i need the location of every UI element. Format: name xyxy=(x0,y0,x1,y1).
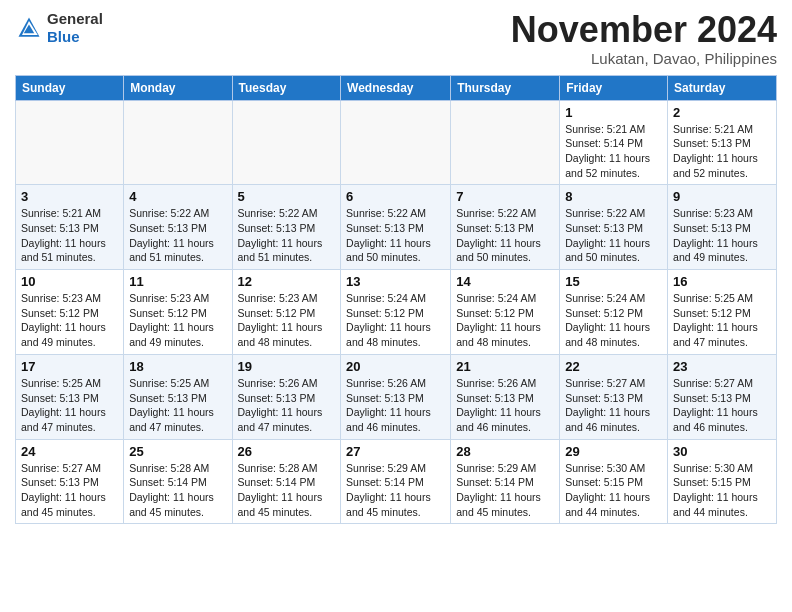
day-number: 16 xyxy=(673,274,771,289)
day-info: Sunrise: 5:25 AM Sunset: 5:13 PM Dayligh… xyxy=(21,376,118,435)
day-number: 1 xyxy=(565,105,662,120)
day-number: 9 xyxy=(673,189,771,204)
day-number: 25 xyxy=(129,444,226,459)
day-number: 13 xyxy=(346,274,445,289)
day-number: 27 xyxy=(346,444,445,459)
calendar-cell: 3Sunrise: 5:21 AM Sunset: 5:13 PM Daylig… xyxy=(16,185,124,270)
day-of-week-header: Saturday xyxy=(668,75,777,100)
day-number: 7 xyxy=(456,189,554,204)
day-number: 12 xyxy=(238,274,336,289)
day-info: Sunrise: 5:26 AM Sunset: 5:13 PM Dayligh… xyxy=(456,376,554,435)
day-of-week-header: Wednesday xyxy=(341,75,451,100)
calendar-cell xyxy=(341,100,451,185)
day-number: 6 xyxy=(346,189,445,204)
day-info: Sunrise: 5:23 AM Sunset: 5:12 PM Dayligh… xyxy=(129,291,226,350)
day-number: 4 xyxy=(129,189,226,204)
day-info: Sunrise: 5:21 AM Sunset: 5:14 PM Dayligh… xyxy=(565,122,662,181)
header: General Blue November 2024 Lukatan, Dava… xyxy=(15,10,777,67)
calendar-cell: 28Sunrise: 5:29 AM Sunset: 5:14 PM Dayli… xyxy=(451,439,560,524)
logo: General Blue xyxy=(15,10,103,46)
calendar-cell xyxy=(451,100,560,185)
calendar-week-row: 24Sunrise: 5:27 AM Sunset: 5:13 PM Dayli… xyxy=(16,439,777,524)
month-title: November 2024 xyxy=(511,10,777,50)
day-number: 14 xyxy=(456,274,554,289)
calendar-cell: 29Sunrise: 5:30 AM Sunset: 5:15 PM Dayli… xyxy=(560,439,668,524)
day-of-week-header: Sunday xyxy=(16,75,124,100)
day-number: 3 xyxy=(21,189,118,204)
day-info: Sunrise: 5:28 AM Sunset: 5:14 PM Dayligh… xyxy=(129,461,226,520)
day-info: Sunrise: 5:27 AM Sunset: 5:13 PM Dayligh… xyxy=(673,376,771,435)
day-info: Sunrise: 5:23 AM Sunset: 5:12 PM Dayligh… xyxy=(21,291,118,350)
day-number: 19 xyxy=(238,359,336,374)
calendar-body: 1Sunrise: 5:21 AM Sunset: 5:14 PM Daylig… xyxy=(16,100,777,524)
day-number: 5 xyxy=(238,189,336,204)
day-info: Sunrise: 5:25 AM Sunset: 5:13 PM Dayligh… xyxy=(129,376,226,435)
day-info: Sunrise: 5:24 AM Sunset: 5:12 PM Dayligh… xyxy=(565,291,662,350)
calendar-cell: 23Sunrise: 5:27 AM Sunset: 5:13 PM Dayli… xyxy=(668,354,777,439)
calendar-cell: 5Sunrise: 5:22 AM Sunset: 5:13 PM Daylig… xyxy=(232,185,341,270)
calendar-cell: 15Sunrise: 5:24 AM Sunset: 5:12 PM Dayli… xyxy=(560,270,668,355)
day-info: Sunrise: 5:21 AM Sunset: 5:13 PM Dayligh… xyxy=(673,122,771,181)
logo-blue-text: Blue xyxy=(47,28,80,45)
day-number: 20 xyxy=(346,359,445,374)
logo-text: General Blue xyxy=(47,10,103,46)
calendar-cell: 18Sunrise: 5:25 AM Sunset: 5:13 PM Dayli… xyxy=(124,354,232,439)
day-number: 28 xyxy=(456,444,554,459)
day-info: Sunrise: 5:22 AM Sunset: 5:13 PM Dayligh… xyxy=(129,206,226,265)
day-info: Sunrise: 5:22 AM Sunset: 5:13 PM Dayligh… xyxy=(456,206,554,265)
calendar-cell: 26Sunrise: 5:28 AM Sunset: 5:14 PM Dayli… xyxy=(232,439,341,524)
calendar-week-row: 10Sunrise: 5:23 AM Sunset: 5:12 PM Dayli… xyxy=(16,270,777,355)
day-info: Sunrise: 5:23 AM Sunset: 5:13 PM Dayligh… xyxy=(673,206,771,265)
calendar-cell: 14Sunrise: 5:24 AM Sunset: 5:12 PM Dayli… xyxy=(451,270,560,355)
day-number: 26 xyxy=(238,444,336,459)
day-of-week-header: Thursday xyxy=(451,75,560,100)
calendar-cell: 4Sunrise: 5:22 AM Sunset: 5:13 PM Daylig… xyxy=(124,185,232,270)
calendar-cell: 11Sunrise: 5:23 AM Sunset: 5:12 PM Dayli… xyxy=(124,270,232,355)
calendar-cell: 8Sunrise: 5:22 AM Sunset: 5:13 PM Daylig… xyxy=(560,185,668,270)
calendar-cell: 30Sunrise: 5:30 AM Sunset: 5:15 PM Dayli… xyxy=(668,439,777,524)
calendar-cell: 27Sunrise: 5:29 AM Sunset: 5:14 PM Dayli… xyxy=(341,439,451,524)
logo-icon xyxy=(15,14,43,42)
day-of-week-header: Friday xyxy=(560,75,668,100)
day-number: 10 xyxy=(21,274,118,289)
day-number: 15 xyxy=(565,274,662,289)
logo-general-text: General xyxy=(47,10,103,27)
day-of-week-header: Tuesday xyxy=(232,75,341,100)
day-info: Sunrise: 5:25 AM Sunset: 5:12 PM Dayligh… xyxy=(673,291,771,350)
day-number: 29 xyxy=(565,444,662,459)
day-number: 21 xyxy=(456,359,554,374)
day-info: Sunrise: 5:27 AM Sunset: 5:13 PM Dayligh… xyxy=(565,376,662,435)
calendar-cell: 16Sunrise: 5:25 AM Sunset: 5:12 PM Dayli… xyxy=(668,270,777,355)
calendar-cell xyxy=(124,100,232,185)
day-number: 23 xyxy=(673,359,771,374)
day-info: Sunrise: 5:26 AM Sunset: 5:13 PM Dayligh… xyxy=(238,376,336,435)
calendar-header: SundayMondayTuesdayWednesdayThursdayFrid… xyxy=(16,75,777,100)
calendar-cell: 17Sunrise: 5:25 AM Sunset: 5:13 PM Dayli… xyxy=(16,354,124,439)
title-block: November 2024 Lukatan, Davao, Philippine… xyxy=(511,10,777,67)
day-number: 24 xyxy=(21,444,118,459)
day-info: Sunrise: 5:29 AM Sunset: 5:14 PM Dayligh… xyxy=(456,461,554,520)
day-number: 17 xyxy=(21,359,118,374)
day-number: 11 xyxy=(129,274,226,289)
day-info: Sunrise: 5:26 AM Sunset: 5:13 PM Dayligh… xyxy=(346,376,445,435)
day-number: 30 xyxy=(673,444,771,459)
calendar-cell: 1Sunrise: 5:21 AM Sunset: 5:14 PM Daylig… xyxy=(560,100,668,185)
calendar-cell: 21Sunrise: 5:26 AM Sunset: 5:13 PM Dayli… xyxy=(451,354,560,439)
header-row: SundayMondayTuesdayWednesdayThursdayFrid… xyxy=(16,75,777,100)
day-info: Sunrise: 5:30 AM Sunset: 5:15 PM Dayligh… xyxy=(673,461,771,520)
day-number: 2 xyxy=(673,105,771,120)
day-info: Sunrise: 5:27 AM Sunset: 5:13 PM Dayligh… xyxy=(21,461,118,520)
day-info: Sunrise: 5:21 AM Sunset: 5:13 PM Dayligh… xyxy=(21,206,118,265)
calendar-cell: 6Sunrise: 5:22 AM Sunset: 5:13 PM Daylig… xyxy=(341,185,451,270)
day-of-week-header: Monday xyxy=(124,75,232,100)
day-info: Sunrise: 5:24 AM Sunset: 5:12 PM Dayligh… xyxy=(456,291,554,350)
location: Lukatan, Davao, Philippines xyxy=(511,50,777,67)
day-info: Sunrise: 5:22 AM Sunset: 5:13 PM Dayligh… xyxy=(346,206,445,265)
calendar-cell: 9Sunrise: 5:23 AM Sunset: 5:13 PM Daylig… xyxy=(668,185,777,270)
page: General Blue November 2024 Lukatan, Dava… xyxy=(0,0,792,612)
calendar-cell: 19Sunrise: 5:26 AM Sunset: 5:13 PM Dayli… xyxy=(232,354,341,439)
calendar-cell: 13Sunrise: 5:24 AM Sunset: 5:12 PM Dayli… xyxy=(341,270,451,355)
day-number: 22 xyxy=(565,359,662,374)
day-number: 8 xyxy=(565,189,662,204)
calendar-cell: 7Sunrise: 5:22 AM Sunset: 5:13 PM Daylig… xyxy=(451,185,560,270)
